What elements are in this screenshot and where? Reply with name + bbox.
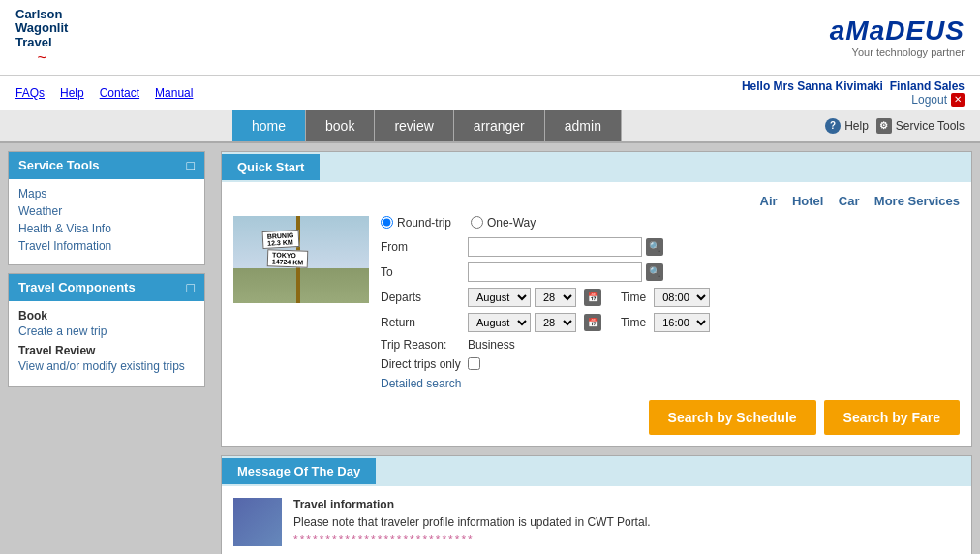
trip-reason-value: Business [468, 338, 515, 352]
manual-link[interactable]: Manual [155, 86, 193, 100]
return-time-section: Time 16:00 [621, 313, 710, 332]
service-tools-section: Service Tools □ Maps Weather Health & Vi… [8, 151, 205, 265]
tab-home[interactable]: home [232, 110, 306, 141]
direct-trips-checkbox[interactable] [468, 357, 480, 370]
book-subsection: Book Create a new trip [18, 309, 195, 338]
nav-service-tools-button[interactable]: ⚙ Service Tools [876, 118, 965, 134]
main-nav: home book review arranger admin ? Help ⚙… [0, 110, 980, 143]
tab-review[interactable]: review [375, 110, 453, 141]
to-input[interactable] [468, 262, 642, 282]
one-way-option[interactable]: One-Way [471, 216, 536, 230]
car-link[interactable]: Car [839, 194, 860, 208]
search-by-fare-button[interactable]: Search by Fare [824, 400, 960, 435]
direct-trips-row: Direct trips only [381, 357, 960, 371]
logout-link[interactable]: Logout [911, 93, 947, 107]
return-day-select[interactable]: 28 [535, 313, 576, 332]
gear-icon: ⚙ [876, 118, 892, 134]
logout-close-icon[interactable]: ✕ [951, 93, 965, 107]
travel-review-subsection: Travel Review View and/or modify existin… [18, 344, 195, 373]
departs-time-select[interactable]: 08:00 [654, 288, 710, 307]
one-way-radio[interactable] [471, 216, 483, 229]
sidebar-item-view-modify[interactable]: View and/or modify existing trips [18, 359, 195, 373]
tab-admin[interactable]: admin [545, 110, 622, 141]
detailed-search-row: Detailed search [381, 377, 960, 390]
round-trip-radio[interactable] [381, 216, 393, 229]
top-links-left: FAQs Help Contact Manual [15, 86, 193, 100]
motd-body: Travel information Please note that trav… [222, 486, 971, 554]
departs-time-section: Time 08:00 [621, 288, 710, 307]
motd-body-text: Please note that traveler profile inform… [293, 515, 651, 529]
travel-components-collapse[interactable]: □ [187, 280, 195, 295]
from-input-group: 🔍 [468, 237, 960, 257]
amadeus-logo: aMaDEUS Your technology partner [830, 15, 965, 58]
motd-text: Travel information Please note that trav… [293, 498, 651, 546]
to-search-icon[interactable]: 🔍 [646, 263, 663, 281]
sidebar-item-weather[interactable]: Weather [18, 204, 195, 218]
service-tools-title: Service Tools [18, 158, 100, 172]
hotel-link[interactable]: Hotel [792, 194, 824, 208]
departs-time-label: Time [621, 291, 646, 304]
service-tools-collapse[interactable]: □ [187, 158, 195, 173]
departs-month-select[interactable]: August [468, 288, 531, 307]
nav-help-label: Help [844, 119, 869, 133]
from-row: From 🔍 [381, 237, 960, 257]
sidebar-item-travel-info[interactable]: Travel Information [18, 239, 195, 253]
travel-components-body: Book Create a new trip Travel Review Vie… [9, 301, 204, 386]
trip-reason-label: Trip Reason: [381, 338, 468, 352]
round-trip-label: Round-trip [397, 216, 451, 230]
help-link[interactable]: Help [60, 86, 84, 100]
motd-divider: **************************** [293, 533, 651, 546]
quick-start-tab: Quick Start [222, 154, 320, 180]
quick-start-body: Air Hotel Car More Services BRUNIG12.3 K… [222, 182, 971, 446]
direct-trips-label: Direct trips only [381, 357, 468, 371]
return-calendar-icon[interactable]: 📅 [584, 314, 601, 331]
top-links-bar: FAQs Help Contact Manual Hello Mrs Sanna… [0, 76, 980, 110]
motd-item: Travel information Please note that trav… [233, 498, 960, 546]
return-month-select[interactable]: August [468, 313, 531, 332]
book-label: Book [18, 309, 195, 323]
sidebar-item-maps[interactable]: Maps [18, 187, 195, 200]
quick-start-panel: Quick Start Air Hotel Car More Services … [221, 151, 972, 447]
one-way-label: One-Way [487, 216, 536, 230]
sign-board-1: BRUNIG12.3 KM [262, 230, 300, 249]
tab-book[interactable]: book [306, 110, 375, 141]
return-row: Return August 28 📅 [381, 313, 960, 332]
page-body: Service Tools □ Maps Weather Health & Vi… [0, 143, 980, 554]
to-input-group: 🔍 [468, 262, 960, 282]
round-trip-option[interactable]: Round-trip [381, 216, 451, 230]
motd-image-inner [233, 498, 282, 546]
detailed-search-link[interactable]: Detailed search [381, 377, 461, 390]
destination-image: BRUNIG12.3 KM TOKYO14724 KM [233, 216, 369, 303]
departs-day-select[interactable]: 28 [535, 288, 576, 307]
page-header: Carlson Wagonlit Travel ~ aMaDEUS Your t… [0, 0, 980, 76]
service-tools-body: Maps Weather Health & Visa Info Travel I… [9, 179, 204, 264]
tab-arranger[interactable]: arranger [454, 110, 545, 141]
travel-components-header: Travel Components □ [9, 274, 204, 301]
logo: Carlson Wagonlit Travel ~ [15, 8, 68, 67]
faqs-link[interactable]: FAQs [15, 86, 45, 100]
service-tools-header: Service Tools □ [9, 152, 204, 179]
quick-start-links: Air Hotel Car More Services [233, 194, 960, 208]
logo-text: Carlson Wagonlit Travel [15, 8, 68, 49]
air-link[interactable]: Air [760, 194, 778, 208]
from-search-icon[interactable]: 🔍 [646, 238, 663, 256]
return-date-fields: August 28 📅 [468, 313, 601, 332]
more-services-link[interactable]: More Services [874, 194, 960, 208]
sidebar-item-create-trip[interactable]: Create a new trip [18, 324, 195, 338]
nav-right: ? Help ⚙ Service Tools [825, 118, 980, 134]
motd-tab: Message Of The Day [222, 458, 376, 484]
nav-help-button[interactable]: ? Help [825, 118, 869, 134]
to-label: To [381, 265, 468, 279]
motd-header: Message Of The Day [222, 456, 971, 486]
from-label: From [381, 240, 468, 254]
contact-link[interactable]: Contact [100, 86, 139, 100]
return-time-label: Time [621, 316, 646, 329]
sidebar-item-health-visa[interactable]: Health & Visa Info [18, 222, 195, 235]
departs-calendar-icon[interactable]: 📅 [584, 289, 601, 306]
help-icon: ? [825, 118, 841, 134]
from-input[interactable] [468, 237, 642, 257]
form-fields: Round-trip One-Way From 🔍 [381, 216, 960, 435]
return-time-select[interactable]: 16:00 [654, 313, 710, 332]
return-label: Return [381, 316, 468, 329]
search-by-schedule-button[interactable]: Search by Schedule [649, 400, 816, 435]
